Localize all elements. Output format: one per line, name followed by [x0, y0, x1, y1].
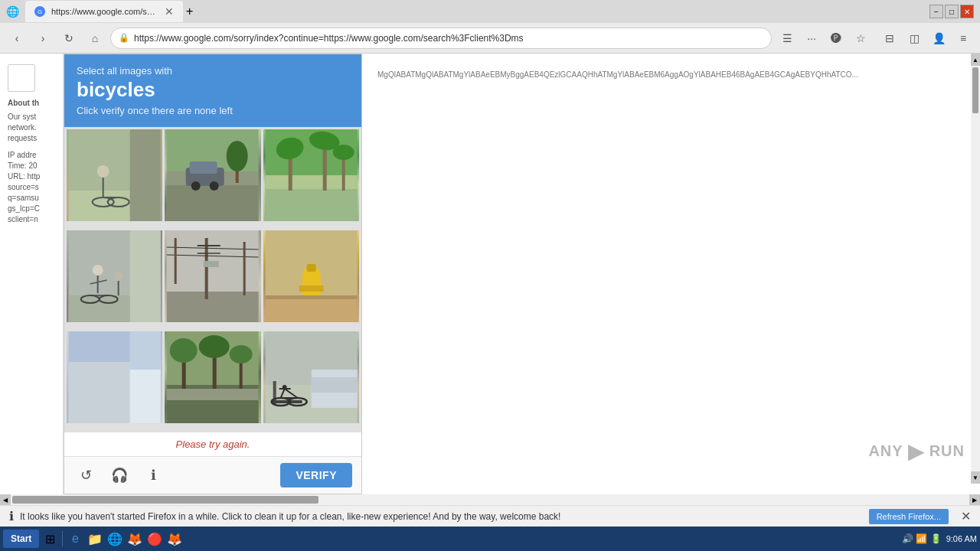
about-section: About th Our syst network. requests IP a… — [8, 98, 55, 225]
captcha-image-4[interactable] — [67, 230, 162, 322]
captcha-image-6[interactable] — [263, 230, 359, 322]
taskbar-right: 🔊 📶 🔋 9:06 AM — [902, 533, 977, 544]
browser-frame: 🌐 G https://www.google.com/search? ✕ + −… — [0, 0, 980, 551]
reload-button[interactable]: ↻ — [58, 28, 80, 49]
svg-rect-24 — [341, 156, 345, 191]
scroll-down-arrow[interactable]: ▼ — [971, 471, 980, 484]
scroll-up-arrow[interactable]: ▲ — [971, 54, 980, 66]
reader-view-icon[interactable]: ☰ — [776, 28, 798, 49]
window-icon: 🌐 — [6, 5, 19, 18]
verify-button[interactable]: VERIFY — [280, 463, 352, 487]
captcha-select-text: Select all images with — [77, 65, 349, 77]
active-tab[interactable]: G https://www.google.com/search? ✕ — [25, 1, 183, 22]
captcha-info-button[interactable]: ℹ — [141, 463, 165, 487]
menu-button[interactable]: ≡ — [952, 28, 974, 49]
captcha-sub-text: Click verify once there are none left — [77, 105, 349, 116]
svg-rect-46 — [204, 261, 219, 267]
captcha-image-1[interactable] — [67, 129, 162, 221]
svg-rect-52 — [306, 264, 315, 272]
vertical-scrollbar[interactable]: ▲ ▼ — [971, 54, 980, 484]
svg-rect-67 — [167, 389, 259, 400]
taskbar-separator — [62, 531, 63, 546]
forward-button[interactable]: › — [32, 28, 54, 49]
pocket-icon[interactable]: 🅟 — [825, 28, 847, 49]
captcha-image-2[interactable] — [165, 129, 260, 221]
svg-rect-27 — [130, 230, 161, 322]
taskbar-icon-windows[interactable]: ⊞ — [41, 530, 59, 548]
svg-rect-53 — [265, 299, 357, 322]
taskbar: Start ⊞ e 📁 🌐 🦊 🔴 🦊 🔊 📶 🔋 9:06 AM — [0, 527, 980, 551]
captcha-audio-button[interactable]: 🎧 — [107, 463, 132, 487]
restore-button[interactable]: □ — [945, 5, 959, 18]
address-bar[interactable]: 🔒 https://www.google.com/sorry/index?con… — [110, 28, 772, 49]
sidebar-toggle-icon[interactable]: ◫ — [903, 28, 925, 49]
svg-rect-71 — [311, 377, 357, 393]
svg-point-14 — [210, 181, 219, 191]
ip-info: IP addre Time: 20 URL: http source=s q=s… — [8, 150, 55, 225]
window-controls: − □ ✕ — [929, 5, 974, 18]
tab-favicon: G — [34, 6, 45, 17]
svg-rect-73 — [271, 400, 302, 403]
taskbar-icon-red[interactable]: 🔴 — [145, 530, 164, 548]
captcha-error-text: Please try again. — [64, 432, 361, 456]
svg-rect-12 — [190, 161, 217, 174]
captcha-image-9[interactable] — [263, 331, 359, 423]
status-close-button[interactable]: ✕ — [961, 509, 971, 523]
start-button[interactable]: Start — [3, 530, 39, 548]
url-text: https://www.google.com/sorry/index?conti… — [134, 33, 763, 44]
captcha-image-grid — [64, 127, 361, 432]
svg-rect-50 — [299, 285, 323, 292]
url-params-text: MgQlABATMgQlABATMgYlABAeEBMyBggAEB4QEzlG… — [377, 69, 965, 80]
synced-tabs-icon[interactable]: 👤 — [928, 28, 949, 49]
taskbar-icon-ff1[interactable]: 🦊 — [126, 530, 144, 548]
about-title: About th — [8, 98, 55, 109]
back-button[interactable]: ‹ — [6, 28, 28, 49]
content-area: About th Our syst network. requests IP a… — [0, 54, 980, 494]
library-icon[interactable]: ⊟ — [879, 28, 900, 49]
refresh-firefox-button[interactable]: Refresh Firefox... — [869, 509, 949, 524]
svg-rect-44 — [175, 238, 177, 284]
status-bar-icon: ℹ — [9, 509, 14, 523]
captcha-main-label: bicycles — [77, 78, 349, 102]
page-right-content: MgQlABATMgQlABATMgYlABAeEBMyBggAEB4QEzlG… — [362, 54, 980, 494]
captcha-image-7[interactable] — [67, 331, 162, 423]
watermark-icon: ▶ — [908, 439, 925, 464]
taskbar-icon-ie[interactable]: e — [66, 530, 84, 548]
scroll-thumb[interactable] — [972, 67, 978, 113]
taskbar-time: 9:06 AM — [946, 534, 977, 543]
status-message: It looks like you haven't started Firefo… — [20, 511, 863, 522]
svg-rect-38 — [167, 292, 259, 322]
horizontal-scrollbar[interactable]: ◀ ▶ — [0, 494, 980, 505]
bookmark-icon[interactable]: ☆ — [850, 28, 871, 49]
svg-rect-39 — [205, 238, 208, 299]
svg-rect-45 — [243, 242, 246, 295]
scroll-left-arrow[interactable]: ◀ — [0, 494, 11, 505]
taskbar-system-icons: 🔊 📶 🔋 — [902, 533, 942, 544]
h-scroll-thumb[interactable] — [12, 496, 318, 504]
scroll-right-arrow[interactable]: ▶ — [969, 494, 980, 505]
svg-point-62 — [170, 338, 198, 363]
captcha-image-3[interactable] — [263, 129, 359, 221]
taskbar-icon-folder[interactable]: 📁 — [86, 530, 104, 548]
captcha-header: Select all images with bicycles Click ve… — [64, 54, 361, 127]
captcha-widget: Select all images with bicycles Click ve… — [64, 54, 362, 494]
taskbar-icon-chrome[interactable]: 🌐 — [106, 530, 124, 548]
new-tab-button[interactable]: + — [186, 5, 193, 18]
close-button[interactable]: ✕ — [960, 5, 974, 18]
page-sidebar: About th Our syst network. requests IP a… — [0, 54, 64, 494]
svg-rect-58 — [130, 331, 161, 370]
home-button[interactable]: ⌂ — [84, 28, 106, 49]
svg-rect-2 — [130, 129, 161, 221]
minimize-button[interactable]: − — [929, 5, 943, 18]
svg-rect-22 — [322, 145, 326, 191]
captcha-image-8[interactable] — [165, 331, 260, 423]
sidebar-checkbox — [8, 64, 35, 92]
more-options-icon[interactable]: ··· — [801, 28, 822, 49]
taskbar-icon-ff2[interactable]: 🦊 — [165, 530, 184, 548]
captcha-refresh-button[interactable]: ↺ — [74, 463, 98, 487]
captcha-image-5[interactable] — [165, 230, 260, 322]
anyrun-watermark: ANY ▶ RUN — [868, 439, 965, 464]
close-tab-button[interactable]: ✕ — [165, 5, 174, 18]
captcha-footer: ↺ 🎧 ℹ VERIFY — [64, 456, 361, 494]
svg-point-66 — [230, 345, 253, 364]
